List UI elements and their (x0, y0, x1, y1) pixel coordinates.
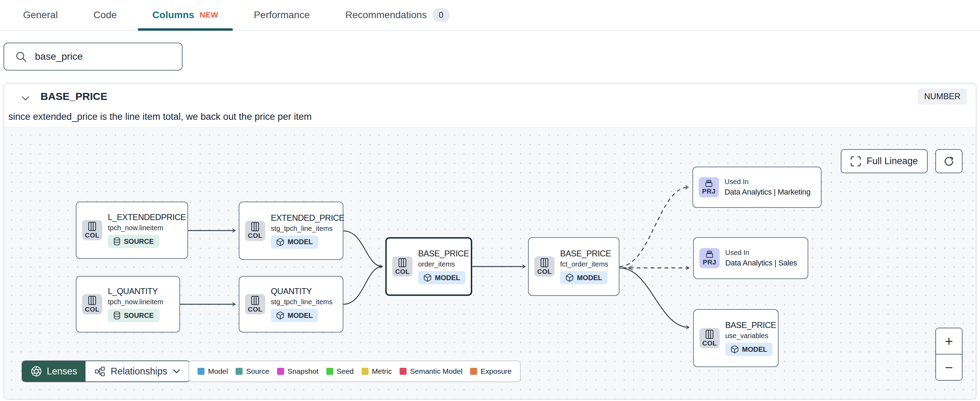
full-lineage-button[interactable]: Full Lineage (841, 149, 928, 173)
lineage-node-used-in-sales[interactable]: PRJ Used In Data Analytics | Sales (693, 237, 808, 279)
model-badge: MODEL (418, 271, 466, 284)
node-type-legend: Model Source Snapshot Seed Metric Semant… (188, 361, 521, 382)
lineage-node-quantity[interactable]: COL QUANTITY stg_tpch_line_items MODEL (239, 276, 344, 332)
cube-icon (277, 311, 284, 320)
model-badge: MODEL (560, 271, 608, 284)
column-type-badge: NUMBER (918, 88, 967, 104)
tab-code[interactable]: Code (79, 0, 132, 30)
lineage-node-base-price-order-items[interactable]: COL BASE_PRICE order_items MODEL (385, 237, 472, 296)
chevron-down-icon (173, 369, 180, 374)
cube-icon (424, 273, 431, 282)
lineage-node-l-extendedprice[interactable]: COL L_EXTENDEDPRICE tpch_now.lineitem SO… (76, 201, 188, 259)
aperture-icon (31, 366, 42, 377)
zoom-out-button[interactable]: − (936, 355, 962, 380)
search-icon (15, 51, 27, 63)
relationships-dropdown[interactable]: Relationships (86, 361, 189, 382)
lineage-node-l-quantity[interactable]: COL L_QUANTITY tpch_now.lineitem SOURCE (76, 276, 180, 332)
source-swatch (235, 368, 243, 375)
legend-item-exposure: Exposure (470, 367, 512, 375)
column-icon: COL (82, 294, 102, 315)
source-badge: SOURCE (108, 235, 159, 248)
cube-icon (277, 238, 284, 246)
column-icon: COL (82, 220, 102, 240)
seed-swatch (326, 368, 333, 375)
new-badge: NEW (200, 11, 218, 19)
legend-item-metric: Metric (361, 367, 392, 375)
recommendations-count-badge: 0 (433, 8, 450, 22)
legend-item-snapshot: Snapshot (277, 367, 319, 375)
tab-recommendations[interactable]: Recommendations 0 (331, 0, 464, 30)
lenses-button[interactable]: Lenses (22, 361, 86, 382)
node-title: L_EXTENDEDPRICE (108, 212, 186, 222)
model-badge: MODEL (271, 235, 318, 249)
column-icon: COL (535, 256, 555, 276)
lineage-node-base-price-fct-order-items[interactable]: COL BASE_PRICE fct_order_items MODEL (528, 237, 619, 296)
model-badge: MODEL (271, 309, 318, 322)
column-icon: COL (699, 328, 720, 348)
legend-item-semantic-model: Semantic Model (399, 367, 463, 375)
semantic-model-swatch (399, 368, 407, 375)
column-panel-header: BASE_PRICE NUMBER since extended_price i… (4, 83, 976, 127)
source-badge: SOURCE (108, 309, 159, 322)
model-swatch (197, 368, 205, 375)
column-icon: COL (245, 294, 265, 315)
column-description: since extended_price is the line item to… (8, 112, 312, 122)
zoom-controls: + − (935, 328, 963, 381)
cube-icon (731, 345, 738, 353)
search-row (0, 31, 980, 70)
legend-item-seed: Seed (326, 367, 354, 375)
hierarchy-icon (95, 366, 105, 377)
legend-item-source: Source (235, 367, 269, 375)
snapshot-swatch (277, 368, 284, 375)
fullscreen-icon (851, 156, 861, 167)
zoom-in-button[interactable]: + (936, 328, 962, 355)
lineage-node-extended-price[interactable]: COL EXTENDED_PRICE stg_tpch_line_items M… (239, 201, 344, 260)
lineage-edges (4, 128, 976, 399)
lens-controls: Lenses Relationships (22, 361, 190, 382)
refresh-button[interactable] (935, 149, 963, 173)
tab-general[interactable]: General (8, 0, 73, 30)
tab-bar: General Code Columns NEW Performance Rec… (0, 0, 980, 31)
column-panel: BASE_PRICE NUMBER since extended_price i… (3, 83, 977, 399)
collapse-chevron-icon[interactable] (21, 93, 33, 104)
refresh-icon (943, 156, 955, 167)
project-icon: PRJ (699, 248, 720, 268)
tab-performance[interactable]: Performance (239, 0, 324, 30)
database-icon (113, 311, 120, 320)
model-badge: MODEL (725, 343, 773, 356)
lineage-node-base-price-use-variables[interactable]: COL BASE_PRICE use_variables MODEL (693, 309, 779, 367)
tab-columns[interactable]: Columns NEW (138, 0, 233, 30)
cube-icon (566, 273, 573, 282)
column-name: BASE_PRICE (40, 91, 108, 102)
archive-icon (705, 251, 714, 258)
exposure-swatch (470, 368, 477, 375)
metric-swatch (361, 368, 369, 375)
column-icon: COL (392, 256, 412, 276)
lineage-canvas[interactable]: COL L_EXTENDEDPRICE tpch_now.lineitem SO… (4, 127, 976, 399)
search-box (3, 43, 183, 70)
project-icon: PRJ (699, 177, 719, 197)
column-icon: COL (245, 221, 265, 241)
legend-item-model: Model (197, 367, 228, 375)
database-icon (113, 237, 120, 246)
node-subtitle: tpch_now.lineitem (108, 224, 163, 232)
search-input[interactable] (3, 43, 183, 70)
lineage-node-used-in-marketing[interactable]: PRJ Used In Data Analytics | Marketing (692, 167, 822, 208)
archive-icon (704, 179, 713, 187)
